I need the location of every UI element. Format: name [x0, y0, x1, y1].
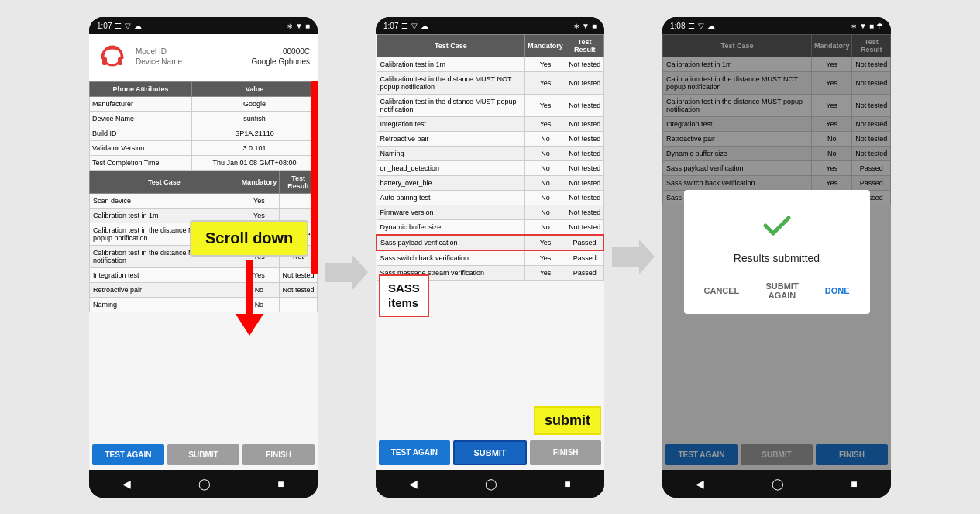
status-bar-3: 1:08 ☰ ▽ ☁ ∗ ▼ ■ ☂: [662, 17, 891, 34]
phone-1: 1:07 ☰ ▽ ☁ ∗ ▼ ■: [89, 17, 318, 498]
test-row: Calibration test in the distance MUST po…: [377, 94, 603, 116]
recents-button-2[interactable]: ■: [564, 478, 570, 490]
test-row: battery_over_bleNoNot tested: [377, 175, 603, 190]
nav-bar-1: ◀ ◯ ■: [89, 470, 318, 498]
phone-2: 1:07 ☰ ▽ ☁ ∗ ▼ ■ Test Case Mandatory: [376, 17, 604, 498]
nav-bar-3: ◀ ◯ ■: [662, 470, 891, 498]
status-bar-2: 1:07 ☰ ▽ ☁ ∗ ▼ ■: [376, 17, 604, 34]
scroll-indicator: [311, 81, 318, 274]
back-button-2[interactable]: ◀: [409, 478, 418, 490]
submit-button-2[interactable]: SUBMIT: [453, 440, 528, 465]
attr-row: Device Namesunfish: [90, 111, 318, 126]
finish-button-2[interactable]: FINISH: [530, 440, 601, 465]
finish-button-1[interactable]: FINISH: [242, 444, 315, 465]
submit-button-1[interactable]: SUBMIT: [167, 444, 239, 465]
test-row: Integration testYesNot tested: [377, 116, 603, 131]
dialog-title: Results submitted: [696, 252, 858, 264]
phone-3: 1:08 ☰ ▽ ☁ ∗ ▼ ■ ☂ Test Case Mandator: [662, 17, 891, 498]
nav-bar-2: ◀ ◯ ■: [376, 470, 604, 498]
test-again-button-2[interactable]: TEST AGAIN: [379, 440, 450, 465]
test-row: Calibration test in 1mYesNot tested: [377, 57, 603, 71]
test-row: Dynamic buffer sizeNoNot tested: [377, 219, 603, 235]
dialog-box: Results submitted CANCEL SUBMIT AGAIN DO…: [684, 190, 870, 314]
recents-button-3[interactable]: ■: [851, 478, 857, 490]
dialog-buttons: CANCEL SUBMIT AGAIN DONE: [696, 277, 858, 305]
test-row: on_head_detectionNoNot tested: [377, 160, 603, 175]
svg-marker-3: [325, 255, 368, 290]
home-button-1[interactable]: ◯: [198, 478, 211, 490]
home-button-3[interactable]: ◯: [772, 478, 784, 490]
submit-again-button[interactable]: SUBMIT AGAIN: [753, 277, 810, 305]
header-card-1: Model ID 00000C Device Name Google Gphon…: [89, 34, 318, 81]
attr-row: Validator Version3.0.101: [90, 140, 318, 155]
back-button-3[interactable]: ◀: [696, 478, 704, 490]
test-again-button-1[interactable]: TEST AGAIN: [92, 444, 164, 465]
arrow-2: [612, 240, 655, 274]
sass-row: Sass switch back verificationYesPassed: [377, 250, 603, 266]
submit-annotation: submit: [534, 406, 601, 435]
svg-marker-4: [612, 240, 655, 274]
test-row: NamingNoNot tested: [377, 146, 603, 160]
attr-row: Build IDSP1A.21110: [90, 126, 318, 140]
test-row: Retroactive pairNoNot tested: [377, 131, 603, 146]
sass-row: Sass payload verificationYesPassed: [377, 235, 603, 250]
home-button-2[interactable]: ◯: [485, 478, 497, 490]
attr-row: Test Completion TimeThu Jan 01 08 GMT+08…: [90, 155, 318, 170]
test-row: Firmware versionNoNot tested: [377, 205, 603, 219]
test-row: Auto pairing testNoNot tested: [377, 190, 603, 205]
status-time-1: 1:07 ☰ ▽ ☁: [97, 22, 142, 30]
status-bar-1: 1:07 ☰ ▽ ☁ ∗ ▼ ■: [89, 17, 318, 34]
back-button-1[interactable]: ◀: [122, 478, 131, 490]
bottom-buttons-1: TEST AGAIN SUBMIT FINISH: [89, 440, 318, 470]
arrow-1: [325, 240, 368, 274]
attr-table-1: Phone Attributes Value ManufacturerGoogl…: [89, 81, 318, 171]
done-button[interactable]: DONE: [817, 277, 858, 305]
attr-row: ManufacturerGoogle: [90, 96, 318, 111]
scroll-down-annotation: Scroll down: [190, 220, 308, 336]
bottom-buttons-2: TEST AGAIN SUBMIT FINISH: [376, 436, 604, 470]
headphone-icon: [97, 42, 128, 73]
success-check-icon: [758, 205, 796, 244]
sass-annotation: SASSitems: [379, 274, 429, 317]
results-dialog: Results submitted CANCEL SUBMIT AGAIN DO…: [662, 34, 891, 470]
test-row: Scan deviceYes: [90, 193, 318, 208]
test-table-2: Test Case Mandatory Test Result Calibrat…: [376, 34, 604, 281]
recents-button-1[interactable]: ■: [277, 478, 284, 490]
cancel-button[interactable]: CANCEL: [696, 277, 748, 305]
test-row: Calibration test in the distance MUST NO…: [377, 71, 603, 94]
